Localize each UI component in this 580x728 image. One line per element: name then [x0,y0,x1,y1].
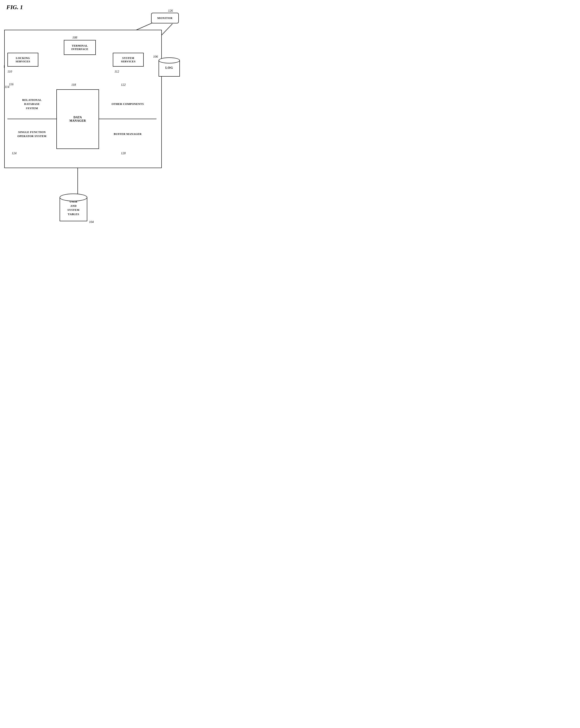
locking-label: LOCKINGSERVICES [16,56,30,63]
log-wrap: LOG [158,57,180,77]
ref-116: 116 [9,82,14,86]
oc-label: OTHER COMPONENTS [111,102,144,106]
terminal-ref: 108 [72,36,77,40]
dm-label: DATAMANAGER [69,116,86,123]
log-cylinder-top [158,57,180,63]
log-ref: 106 [153,55,158,58]
ref-124: 124 [12,152,17,155]
ust-wrap: USERANDSYSTEMTABLES [59,193,87,221]
terminal-label: TERMINALINTERFACE [71,44,88,51]
other-components-box: OTHER COMPONENTS [99,89,156,119]
terminal-interface-box: TERMINALINTERFACE [64,40,96,55]
sysserv-label: SYSTEMSERVICES [121,56,135,63]
ust-label: USERANDSYSTEMTABLES [59,200,87,216]
ref-114: 114 [5,85,9,89]
buffer-manager-box: BUFFER MANAGER [99,119,156,149]
diagram: FIG. 1 COMPUTER 102 MONITOR 126 LOG 106 … [0,0,192,234]
ref-118: 118 [71,83,76,86]
sfos-label: SINGLE FUNCTIONOPERATOR SYSTEM [18,130,47,138]
bm-label: BUFFER MANAGER [114,132,142,136]
figure-label: FIG. 1 [6,4,23,11]
system-services-box: SYSTEMSERVICES [113,53,144,67]
rds-label: RELATIONALDATABASESYSTEM [22,98,42,110]
rds-box: RELATIONALDATABASESYSTEM [7,89,56,119]
log-label: LOG [158,66,180,70]
ref-122: 122 [121,83,126,86]
ust-cylinder: USERANDSYSTEMTABLES [59,193,87,221]
sfos-box: SINGLE FUNCTIONOPERATOR SYSTEM [7,119,56,149]
monitor-box: MONITOR [151,13,179,23]
sysserv-ref: 112 [115,70,119,73]
locking-services-box: LOCKINGSERVICES [7,53,38,67]
ust-ref: 104 [89,220,94,224]
log-cylinder: LOG [158,57,180,77]
ref-120: 120 [121,152,126,155]
data-manager-box: DATAMANAGER [56,89,99,149]
monitor-ref: 126 [168,9,173,12]
locking-ref: 110 [7,70,12,73]
